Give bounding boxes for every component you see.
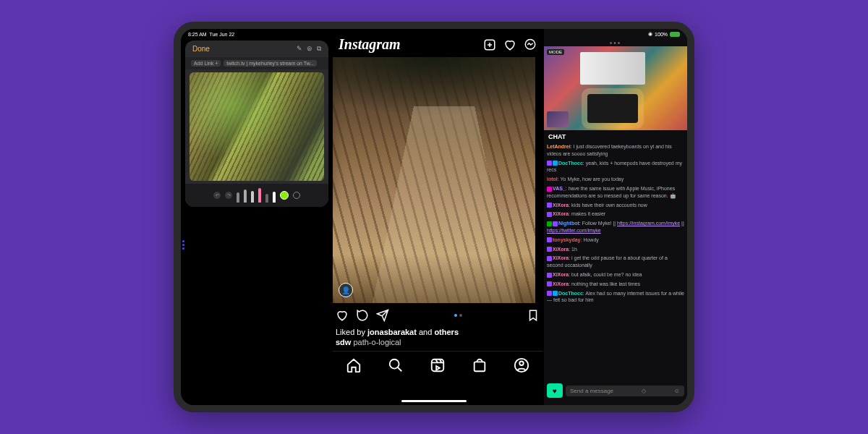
instagram-app: Instagram 👤 Liked by jonasbarakat and ot… bbox=[333, 29, 542, 405]
chat-badge-icon bbox=[547, 281, 552, 286]
tab-reels[interactable] bbox=[430, 357, 446, 373]
follow-button[interactable]: ♥ bbox=[547, 383, 563, 398]
chat-badge-icon bbox=[553, 291, 558, 296]
chat-username[interactable]: Nightbot bbox=[558, 221, 579, 226]
ruler-tool[interactable] bbox=[273, 192, 276, 203]
messenger-icon[interactable] bbox=[524, 38, 537, 51]
done-button[interactable]: Done bbox=[192, 45, 210, 53]
chat-message: XiXora: but afaik, could be me? no idea bbox=[547, 271, 684, 278]
stream-video[interactable]: MODE bbox=[544, 46, 687, 130]
chat-text: Yo Myke, how are you today bbox=[561, 176, 624, 182]
status-bar: 8:25 AM Tue Jun 22 ◉ 100% bbox=[181, 29, 687, 39]
battery-percent: 100% bbox=[655, 32, 668, 37]
eraser-tool[interactable] bbox=[265, 194, 268, 203]
chat-badge-icon bbox=[547, 237, 552, 242]
chat-badge-icon bbox=[547, 212, 552, 217]
twitch-app: ••• MODE CHAT LetAndrei: I just discover… bbox=[544, 29, 687, 405]
highlighter-tool[interactable] bbox=[258, 188, 261, 203]
redo-button[interactable]: ↷ bbox=[225, 192, 232, 199]
svg-point-2 bbox=[390, 359, 399, 369]
like-button[interactable] bbox=[336, 309, 349, 322]
pen-tool[interactable] bbox=[237, 192, 239, 203]
chat-messages[interactable]: LetAndrei: I just discovered taekeyboard… bbox=[544, 143, 687, 379]
home-indicator[interactable] bbox=[401, 400, 467, 402]
share-square-icon[interactable]: ⧉ bbox=[317, 45, 321, 53]
send-button[interactable] bbox=[376, 309, 389, 322]
slide-over-grabber[interactable] bbox=[181, 230, 185, 259]
mode-badge: MODE bbox=[547, 49, 564, 55]
chat-username[interactable]: VAS_ bbox=[553, 186, 566, 191]
chat-badge-icon bbox=[547, 203, 552, 208]
chat-username[interactable]: iotol bbox=[547, 176, 558, 182]
chat-message: DocThocc: Alex had so many internet issu… bbox=[547, 290, 684, 305]
quick-note-panel: Done ✎ ⊜ ⧉ Add Link + twitch.tv | mykehu… bbox=[185, 41, 328, 207]
likes-user[interactable]: jonasbarakat bbox=[367, 328, 417, 336]
chat-message: LetAndrei: I just discovered taekeyboard… bbox=[547, 143, 684, 158]
color-picker[interactable] bbox=[280, 191, 289, 200]
pencil-tool[interactable] bbox=[244, 190, 247, 203]
compose-icon[interactable]: ✎ bbox=[297, 45, 302, 53]
post-image[interactable]: 👤 bbox=[333, 57, 535, 303]
plus-square-icon[interactable] bbox=[483, 38, 496, 51]
chat-text: nothing that was like last times bbox=[571, 281, 640, 286]
chat-username[interactable]: XiXora bbox=[553, 281, 569, 286]
tab-profile[interactable] bbox=[514, 357, 529, 373]
svg-rect-4 bbox=[475, 362, 485, 371]
chat-username[interactable]: XiXora bbox=[553, 272, 569, 277]
chat-username[interactable]: XiXora bbox=[553, 211, 569, 216]
chat-username[interactable]: XiXora bbox=[553, 247, 569, 252]
chat-link[interactable]: https://instagram.com/imyke bbox=[617, 221, 680, 226]
comment-button[interactable] bbox=[356, 309, 369, 322]
marker-tool[interactable] bbox=[251, 191, 254, 203]
chat-text: makes it easier bbox=[571, 211, 605, 216]
chat-text: have the same issue with Apple Music, iP… bbox=[547, 186, 676, 198]
chat-username[interactable]: XiXora bbox=[553, 203, 569, 208]
sketch-canvas[interactable] bbox=[190, 72, 324, 181]
markup-toolbar: ↶ ↷ bbox=[185, 184, 328, 207]
post-caption: sdw path-o-logical bbox=[333, 338, 542, 351]
chat-username[interactable]: DocThocc bbox=[558, 161, 583, 166]
chat-badge-icon bbox=[547, 221, 552, 226]
svg-point-6 bbox=[519, 362, 524, 366]
chat-message: VAS_: have the same issue with Apple Mus… bbox=[547, 185, 684, 200]
bookmark-button[interactable] bbox=[527, 309, 540, 322]
chat-placeholder: Send a message bbox=[570, 388, 613, 394]
chat-header: CHAT bbox=[544, 130, 687, 143]
instagram-tab-bar bbox=[333, 351, 542, 376]
chat-message: DocThocc: yeah, kids + homepods have des… bbox=[547, 160, 684, 174]
chat-message: XiXora: makes it easier bbox=[547, 210, 684, 218]
heart-icon[interactable] bbox=[503, 38, 516, 51]
markup-more-icon[interactable] bbox=[293, 192, 300, 199]
add-link-button[interactable]: Add Link + bbox=[191, 60, 221, 67]
chat-username[interactable]: LetAndrei bbox=[547, 144, 571, 149]
chat-username[interactable]: tonyskyday bbox=[553, 237, 581, 242]
chat-link[interactable]: https://twitter.com/imyke bbox=[547, 228, 601, 233]
carousel-dots bbox=[454, 314, 462, 317]
chat-badge-icon bbox=[547, 161, 552, 166]
chat-text: 1h bbox=[571, 247, 577, 252]
linked-url-pill[interactable]: twitch.tv | mykehurley's stream on Tw... bbox=[224, 60, 317, 67]
chat-message: XiXora: kids have their own accounts now bbox=[547, 202, 684, 209]
chat-badge-icon bbox=[553, 221, 558, 226]
status-time: 8:25 AM bbox=[188, 32, 207, 37]
smile-icon[interactable]: ☺ bbox=[674, 388, 680, 394]
caption-username[interactable]: sdw bbox=[336, 338, 351, 346]
chat-username[interactable]: XiXora bbox=[553, 255, 569, 260]
chat-badge-icon bbox=[547, 291, 552, 296]
chat-message: XiXora: i get the odd pause for a about … bbox=[547, 255, 684, 269]
undo-button[interactable]: ↶ bbox=[213, 192, 221, 199]
tab-home[interactable] bbox=[346, 357, 362, 373]
tab-search[interactable] bbox=[388, 357, 404, 373]
chat-message: XiXora: 1h bbox=[547, 246, 684, 253]
tagged-people-icon[interactable]: 👤 bbox=[339, 283, 353, 297]
bits-icon[interactable]: ◇ bbox=[642, 388, 646, 394]
ellipsis-circle-icon[interactable]: ⊜ bbox=[307, 45, 312, 53]
facecam-pip bbox=[547, 111, 569, 127]
tab-shop[interactable] bbox=[472, 357, 488, 373]
chat-username[interactable]: DocThocc bbox=[558, 291, 583, 296]
likes-others[interactable]: others bbox=[434, 328, 459, 336]
chat-text: but afaik, could be me? no idea bbox=[571, 272, 642, 277]
chat-badge-icon bbox=[547, 256, 552, 261]
chat-input[interactable]: Send a message ◇ ☺ bbox=[566, 386, 684, 396]
likes-line[interactable]: Liked by jonasbarakat and others bbox=[333, 328, 542, 338]
